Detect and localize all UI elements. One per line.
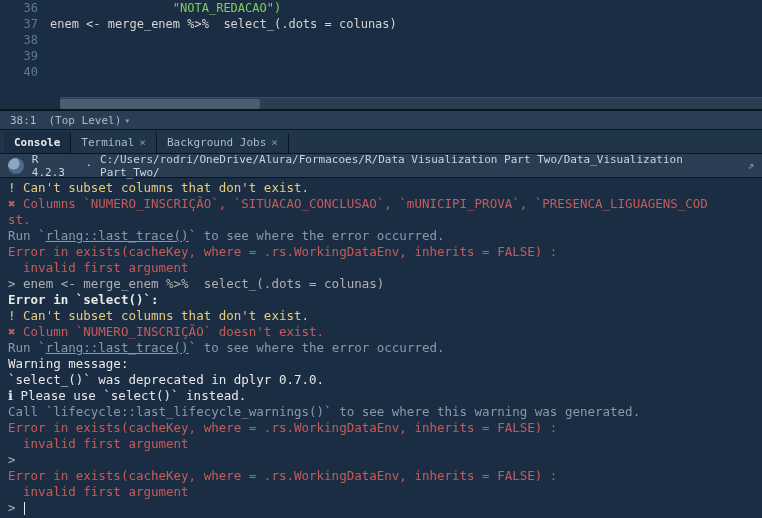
r-version: R 4.2.3	[32, 153, 78, 179]
editor-line[interactable]: 40	[0, 64, 762, 80]
line-number: 40	[0, 64, 50, 80]
line-number: 36	[0, 0, 50, 16]
console-line: ! Can't subset columns that don't exist.	[8, 180, 754, 196]
editor-line[interactable]: 37enem <- merge_enem %>% select_(.dots =…	[0, 16, 762, 32]
editor-status-bar: 38:1 (Top Level) ▾	[0, 110, 762, 130]
close-icon[interactable]: ×	[271, 136, 278, 149]
line-number: 38	[0, 32, 50, 48]
scope-selector[interactable]: (Top Level) ▾	[49, 114, 131, 127]
line-number: 39	[0, 48, 50, 64]
console-line: ℹ Please use `select()` instead.	[8, 388, 754, 404]
console-line: >	[8, 452, 754, 468]
console-line: Run `rlang::last_trace()` to see where t…	[8, 340, 754, 356]
tab-label: Console	[14, 136, 60, 149]
console-line: invalid first argument	[8, 484, 754, 500]
code-text: enem <- merge_enem %>% select_(.dots = c…	[50, 16, 762, 32]
code-editor[interactable]: 36 "NOTA_REDACAO")37enem <- merge_enem %…	[0, 0, 762, 110]
console-line: ✖ Column `NUMERO_INSCRIÇÃO` doesn't exis…	[8, 324, 754, 340]
close-icon[interactable]: ×	[139, 136, 146, 149]
code-text	[50, 64, 762, 80]
console-line: `select_()` was deprecated in dplyr 0.7.…	[8, 372, 754, 388]
r-logo-icon	[8, 158, 24, 174]
console-line: Warning message:	[8, 356, 754, 372]
console-tabs: ConsoleTerminal×Background Jobs×	[0, 130, 762, 154]
editor-line[interactable]: 36 "NOTA_REDACAO")	[0, 0, 762, 16]
code-text	[50, 48, 762, 64]
code-text	[50, 32, 762, 48]
console-line: invalid first argument	[8, 436, 754, 452]
console-line: > enem <- merge_enem %>% select_(.dots =…	[8, 276, 754, 292]
tab-label: Terminal	[81, 136, 134, 149]
console-line: ✖ Columns `NUMERO_INSCRIÇÃO`, `SITUACAO_…	[8, 196, 754, 212]
text-cursor	[24, 502, 25, 515]
console-line: invalid first argument	[8, 260, 754, 276]
editor-line[interactable]: 39	[0, 48, 762, 64]
console-line: Error in exists(cacheKey, where = .rs.Wo…	[8, 420, 754, 436]
working-dir[interactable]: C:/Users/rodri/OneDrive/Alura/Formacoes/…	[100, 153, 739, 179]
console-line: Run `rlang::last_trace()` to see where t…	[8, 228, 754, 244]
code-text: "NOTA_REDACAO")	[50, 0, 762, 16]
cursor-position: 38:1	[10, 114, 37, 127]
console-line: Error in exists(cacheKey, where = .rs.Wo…	[8, 244, 754, 260]
console-line: Error in exists(cacheKey, where = .rs.Wo…	[8, 468, 754, 484]
dot-separator: ·	[85, 159, 92, 172]
console-line: Call `lifecycle::last_lifecycle_warnings…	[8, 404, 754, 420]
console-info-bar: R 4.2.3 · C:/Users/rodri/OneDrive/Alura/…	[0, 154, 762, 178]
editor-line[interactable]: 38	[0, 32, 762, 48]
console-output[interactable]: ! Can't subset columns that don't exist.…	[0, 178, 762, 518]
popout-icon[interactable]: ⇗	[747, 159, 754, 172]
editor-h-scrollbar[interactable]	[60, 97, 762, 109]
console-line: ! Can't subset columns that don't exist.	[8, 308, 754, 324]
console-line: st.	[8, 212, 754, 228]
tab-label: Background Jobs	[167, 136, 266, 149]
tab-background-jobs[interactable]: Background Jobs×	[157, 132, 289, 153]
tab-console[interactable]: Console	[4, 132, 71, 153]
scrollbar-thumb[interactable]	[60, 99, 260, 109]
line-number: 37	[0, 16, 50, 32]
chevron-down-icon: ▾	[124, 115, 130, 126]
console-line: Error in `select()`:	[8, 292, 754, 308]
console-line: >	[8, 500, 754, 516]
tab-terminal[interactable]: Terminal×	[71, 132, 157, 153]
